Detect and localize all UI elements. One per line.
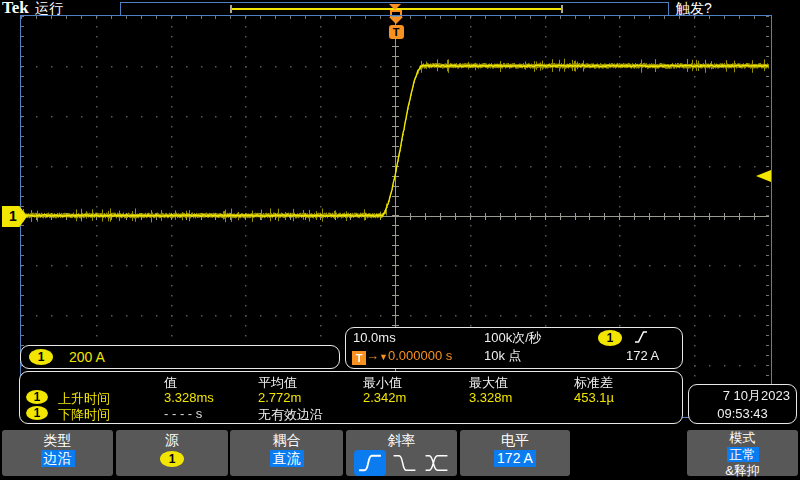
channel1-readout-box: 1 200 A — [20, 345, 340, 369]
menu-slope[interactable]: 斜率 — [346, 430, 457, 476]
menu-trigger-type-value: 边沿 — [41, 450, 75, 467]
channel1-scale: 200 A — [69, 349, 105, 365]
menu-trigger-source[interactable]: 源 1 — [116, 430, 228, 476]
trigger-t-icon: T — [389, 25, 404, 39]
menu-level[interactable]: 电平 172 A — [460, 430, 570, 476]
menu-mode-label: 模式 — [687, 430, 798, 445]
trigger-down-arrow-icon — [389, 17, 403, 24]
menu-trigger-source-label: 源 — [116, 432, 228, 448]
trigger-slope-icon — [634, 330, 648, 344]
both-edges-icon[interactable] — [423, 453, 450, 473]
menu-coupling[interactable]: 耦合 直流 — [230, 430, 343, 476]
arrow-right-icon: → — [366, 348, 379, 363]
meas-row2-channel-badge: 1 — [26, 406, 48, 420]
menu-slope-label: 斜率 — [346, 432, 457, 448]
menu-mode-value: 正常 — [727, 447, 759, 462]
menu-mode[interactable]: 模式 正常 &释抑 — [687, 430, 798, 476]
meas-row1-max: 3.328m — [469, 390, 512, 405]
menu-level-value: 172 A — [494, 450, 536, 467]
menu-trigger-type-label: 类型 — [2, 432, 113, 448]
meas-row2-value: - - - - s — [164, 406, 202, 421]
sample-rate-readout: 100k次/秒 — [484, 330, 542, 345]
menu-coupling-value: 直流 — [270, 450, 304, 467]
meas-row1-min: 2.342m — [363, 390, 406, 405]
rising-edge-selected-icon[interactable] — [354, 450, 386, 476]
acquisition-preview-bar — [120, 2, 669, 16]
trigger-level-arrow-icon — [756, 170, 771, 182]
record-length-readout: 10k 点 — [484, 348, 522, 363]
measurement-table: 值 平均值 最小值 最大值 标准差 1 上升时间 3.328ms 2.772m … — [19, 371, 683, 424]
trigger-level-readout: 172 A — [626, 348, 659, 363]
time-label: 09:53:43 — [689, 403, 796, 421]
meas-row2-mean: 无有效边沿 — [258, 406, 323, 424]
channel1-badge: 1 — [29, 349, 53, 365]
menu-level-label: 电平 — [460, 432, 570, 448]
record-window-right-bracket — [561, 5, 563, 13]
menu-trigger-source-badge: 1 — [160, 451, 184, 467]
trigger-source-badge: 1 — [598, 330, 622, 346]
timebase-readout: 10.0ms — [353, 330, 396, 345]
record-window-left-bracket — [230, 5, 232, 13]
date-label: 7 10月2023 — [689, 385, 796, 403]
trigger-t-badge-icon: T — [352, 351, 366, 365]
datetime-box: 7 10月2023 09:53:43 — [688, 384, 797, 424]
menu-coupling-label: 耦合 — [230, 432, 343, 448]
meas-row1-channel-badge: 1 — [26, 390, 48, 404]
falling-edge-icon[interactable] — [391, 453, 418, 473]
meas-row2-name: 下降时间 — [58, 406, 110, 424]
meas-row1-value: 3.328ms — [164, 390, 214, 405]
horizontal-trigger-readout-box: 10.0ms 100k次/秒 1 T→▼0.000000 s 10k 点 172… — [345, 327, 683, 369]
menu-trigger-type[interactable]: 类型 边沿 — [2, 430, 113, 476]
meas-row1-stddev: 453.1µ — [574, 390, 614, 405]
menu-mode-value2: &释抑 — [687, 463, 798, 478]
trigger-position-marker: T — [388, 17, 404, 39]
oscilloscope-screen: Tek 运行 触发? T 1 1 200 A 10.0ms 100k次/秒 1 … — [0, 0, 800, 480]
triangle-down-icon: ▼ — [379, 352, 388, 362]
trigger-delay-readout: T→▼0.000000 s — [352, 348, 452, 365]
meas-row1-mean: 2.772m — [258, 390, 301, 405]
